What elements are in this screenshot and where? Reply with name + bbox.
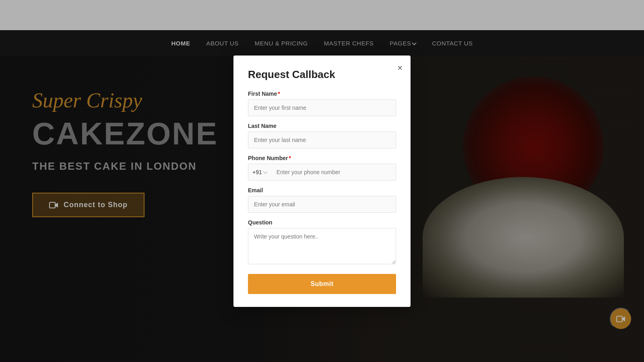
page-wrapper: HOME ABOUT US MENU & PRICING MASTER CHEF… — [0, 0, 644, 362]
request-callback-modal: Request Callback × First Name* Last Name… — [233, 56, 411, 307]
first-name-label: First Name* — [248, 90, 396, 97]
email-group: Email — [248, 187, 396, 213]
question-textarea[interactable] — [248, 228, 396, 264]
last-name-label: Last Name — [248, 123, 396, 129]
email-label: Email — [248, 187, 396, 193]
modal-overlay: Request Callback × First Name* Last Name… — [0, 0, 644, 362]
phone-input-group: +91 — [248, 164, 396, 181]
question-label: Question — [248, 219, 396, 226]
first-name-group: First Name* — [248, 90, 396, 116]
chevron-down-icon — [263, 169, 267, 174]
modal-title: Request Callback — [248, 68, 396, 81]
question-group: Question — [248, 219, 396, 266]
required-marker: * — [289, 155, 291, 161]
email-input[interactable] — [248, 196, 396, 213]
first-name-input[interactable] — [248, 99, 396, 116]
phone-input[interactable] — [271, 164, 396, 181]
last-name-input[interactable] — [248, 132, 396, 148]
phone-code-selector[interactable]: +91 — [248, 164, 271, 181]
last-name-group: Last Name — [248, 123, 396, 148]
phone-group: Phone Number* +91 — [248, 155, 396, 181]
phone-label: Phone Number* — [248, 155, 396, 161]
required-marker: * — [278, 90, 280, 97]
submit-button[interactable]: Submit — [248, 274, 396, 294]
modal-close-button[interactable]: × — [397, 64, 402, 72]
